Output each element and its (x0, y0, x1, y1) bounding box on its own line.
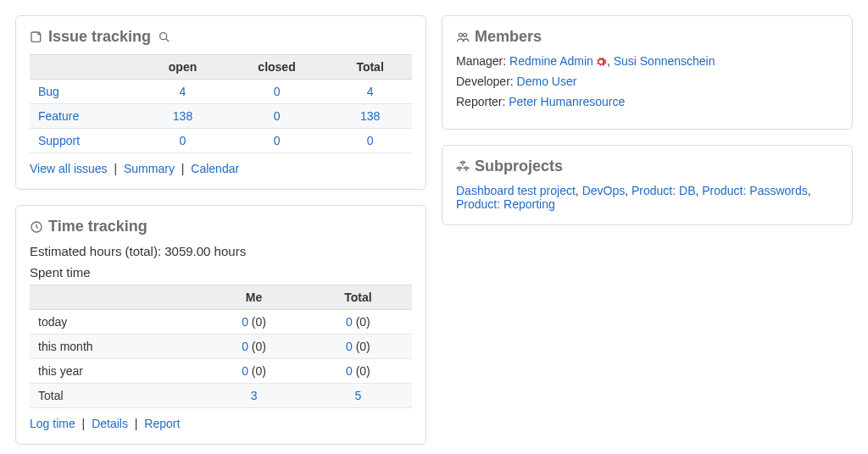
admin-gear-icon (595, 56, 607, 68)
col-closed: closed (225, 55, 328, 80)
comma: , (607, 54, 614, 68)
total-value[interactable]: 0 (346, 315, 353, 329)
time-links: Log time | Details | Report (30, 417, 412, 430)
total-count[interactable]: 4 (367, 85, 374, 98)
issue-tracking-title-text: Issue tracking (48, 28, 151, 46)
table-row: Feature 138 0 138 (30, 104, 412, 129)
members-title: Members (456, 28, 838, 46)
open-count[interactable]: 138 (173, 109, 192, 123)
period-label: this year (30, 359, 203, 384)
table-row: this month 0 (0) 0 (0) (30, 335, 412, 359)
member-link[interactable]: Demo User (517, 75, 577, 88)
subproject-link[interactable]: Product: DB (632, 184, 695, 197)
tracker-link[interactable]: Bug (38, 85, 59, 98)
svg-point-2 (459, 33, 462, 36)
svg-point-0 (160, 32, 167, 39)
users-icon (456, 30, 470, 44)
issue-tracking-table: open closed Total Bug 4 0 4 Feature 138 … (30, 54, 412, 153)
svg-point-3 (464, 33, 467, 36)
open-count[interactable]: 0 (180, 134, 186, 147)
total-value[interactable]: 0 (346, 340, 353, 353)
closed-count[interactable]: 0 (274, 134, 281, 147)
role-label: Reporter: (456, 95, 505, 108)
me-value[interactable]: 3 (251, 389, 258, 402)
spent-time-label: Spent time (30, 265, 412, 280)
subproject-link[interactable]: Dashboard test project (456, 184, 576, 197)
summary-link[interactable]: Summary (124, 162, 175, 175)
member-link[interactable]: Redmine Admin (509, 54, 593, 68)
table-row: Total 3 5 (30, 384, 412, 408)
total-count[interactable]: 138 (360, 109, 380, 123)
total-paren: (0) (356, 364, 370, 378)
col-total: Total (304, 285, 412, 310)
period-label: Total (30, 384, 203, 408)
estimated-hours: Estimated hours (total): 3059.00 hours (30, 244, 412, 258)
me-paren: (0) (252, 340, 266, 353)
members-panel: Members Manager: Redmine Admin, Susi Son… (442, 15, 853, 130)
manager-line: Manager: Redmine Admin, Susi Sonnenschei… (456, 54, 838, 68)
subprojects-title: Subprojects (456, 158, 838, 175)
closed-count[interactable]: 0 (274, 85, 281, 98)
period-label: this month (30, 335, 203, 359)
calendar-link[interactable]: Calendar (191, 162, 239, 175)
subproject-link[interactable]: Product: Reporting (456, 197, 555, 211)
col-empty (30, 285, 203, 310)
developer-line: Developer: Demo User (456, 75, 838, 88)
issue-tracking-title: Issue tracking (30, 28, 412, 46)
total-paren: (0) (356, 340, 370, 353)
total-count[interactable]: 0 (367, 134, 374, 147)
me-value[interactable]: 0 (242, 364, 248, 378)
log-time-link[interactable]: Log time (30, 417, 75, 430)
tracker-link[interactable]: Feature (38, 109, 79, 123)
total-value[interactable]: 5 (354, 389, 361, 402)
me-paren: (0) (252, 364, 266, 378)
subprojects-list: Dashboard test project, DevOps, Product:… (456, 184, 838, 211)
me-value[interactable]: 0 (242, 315, 248, 329)
tracker-link[interactable]: Support (38, 134, 80, 147)
closed-count[interactable]: 0 (274, 109, 281, 123)
cubes-icon (456, 160, 470, 174)
view-all-issues-link[interactable]: View all issues (30, 162, 108, 175)
table-row: this year 0 (0) 0 (0) (30, 359, 412, 384)
note-icon (30, 30, 43, 44)
col-empty (30, 55, 140, 80)
subprojects-title-text: Subprojects (475, 158, 563, 175)
member-link[interactable]: Susi Sonnenschein (614, 54, 715, 68)
col-total: Total (328, 55, 412, 80)
total-paren: (0) (356, 315, 370, 329)
table-row: today 0 (0) 0 (0) (30, 310, 412, 335)
role-label: Manager: (456, 54, 506, 68)
me-paren: (0) (252, 315, 266, 329)
details-link[interactable]: Details (92, 417, 128, 430)
subproject-link[interactable]: DevOps (582, 184, 626, 197)
total-value[interactable]: 0 (346, 364, 353, 378)
role-label: Developer: (456, 75, 514, 88)
issue-tracking-panel: Issue tracking open closed Total Bug 4 0… (15, 15, 426, 190)
open-count[interactable]: 4 (180, 85, 186, 98)
report-link[interactable]: Report (144, 417, 180, 430)
magnify-icon[interactable] (158, 30, 171, 44)
subproject-link[interactable]: Product: Passwords (702, 184, 808, 197)
col-me: Me (203, 285, 303, 310)
time-tracking-title-text: Time tracking (48, 218, 147, 235)
table-row: Bug 4 0 4 (30, 80, 412, 104)
members-title-text: Members (475, 28, 542, 46)
time-tracking-table: Me Total today 0 (0) 0 (0) this month 0 … (30, 285, 412, 408)
time-tracking-panel: Time tracking Estimated hours (total): 3… (15, 205, 426, 445)
col-open: open (140, 55, 225, 80)
subprojects-panel: Subprojects Dashboard test project, DevO… (442, 145, 853, 225)
reporter-line: Reporter: Peter Humanresource (456, 95, 838, 108)
me-value[interactable]: 0 (242, 340, 248, 353)
member-link[interactable]: Peter Humanresource (509, 95, 625, 108)
issue-links: View all issues | Summary | Calendar (30, 162, 412, 175)
period-label: today (30, 310, 203, 335)
time-tracking-title: Time tracking (30, 218, 412, 235)
table-row: Support 0 0 0 (30, 129, 412, 153)
clock-icon (30, 220, 43, 234)
